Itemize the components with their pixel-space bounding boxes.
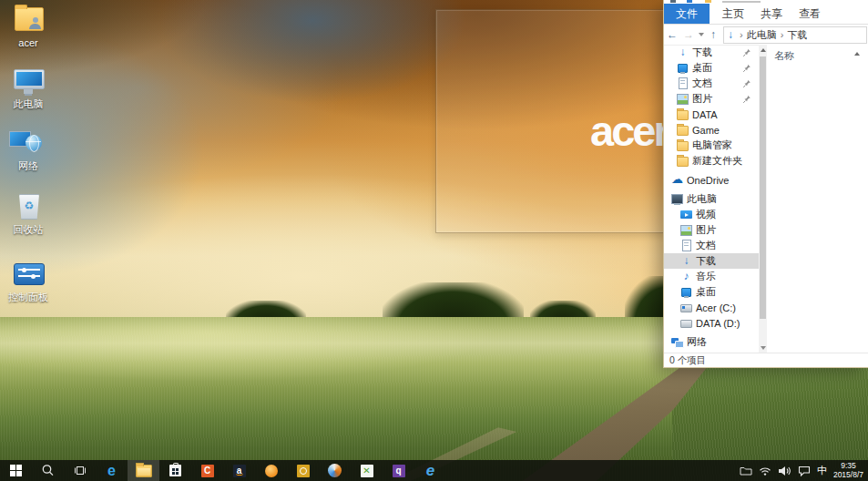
tab-home[interactable]: 主页 xyxy=(714,4,752,24)
desktop-icon-network[interactable]: 网络 xyxy=(2,128,55,171)
tab-share[interactable]: 共享 xyxy=(752,4,791,24)
breadcrumb-this-pc[interactable]: 此电脑 xyxy=(747,28,777,42)
download-icon xyxy=(677,46,689,58)
taskbar-file-explorer[interactable] xyxy=(128,460,159,481)
scroll-down-arrow-icon[interactable] xyxy=(761,346,766,350)
sort-ascending-icon xyxy=(854,52,860,56)
forward-button[interactable]: → xyxy=(680,25,697,45)
task-view-icon xyxy=(73,465,87,476)
tab-view[interactable]: 查看 xyxy=(791,4,829,24)
recycle-bin-icon xyxy=(2,191,55,222)
sidebar-item-pc-manager-folder[interactable]: 电脑管家 xyxy=(664,138,759,153)
desktop-icon-label: 此电脑 xyxy=(2,98,55,109)
taskbar-edge[interactable]: e xyxy=(96,460,128,481)
taskbar-orange-app[interactable]: C xyxy=(191,460,223,481)
sidebar-item-downloads-selected[interactable]: 下载 xyxy=(664,253,759,269)
scroll-up-arrow-icon[interactable] xyxy=(761,48,766,52)
sidebar-item-onedrive[interactable]: OneDrive xyxy=(664,172,759,188)
taskbar-amazon[interactable]: a xyxy=(223,460,255,481)
sidebar-item-data-folder[interactable]: DATA xyxy=(664,107,759,122)
transparent-window-outline xyxy=(435,9,665,233)
sidebar-item-new-folder[interactable]: 新建文件夹 xyxy=(664,153,759,169)
sidebar-item-videos[interactable]: 视频 xyxy=(664,207,759,222)
orange-app-icon: C xyxy=(201,465,214,477)
column-header-name[interactable]: 名称 xyxy=(774,49,794,63)
search-button[interactable] xyxy=(32,460,64,481)
taskbar-purple-app[interactable]: q xyxy=(383,460,414,481)
windows-logo-icon xyxy=(10,465,22,476)
clock-date: 2015/8/7 xyxy=(833,471,863,480)
start-button[interactable] xyxy=(0,460,32,481)
task-view-button[interactable] xyxy=(64,460,96,481)
sidebar-item-this-pc[interactable]: 此电脑 xyxy=(664,191,759,207)
pin-icon xyxy=(742,95,751,104)
folder-icon xyxy=(677,155,689,167)
desktop-icon-acer-folder[interactable]: acer xyxy=(2,5,55,48)
breadcrumb-separator: › xyxy=(781,29,784,40)
download-icon xyxy=(680,255,692,267)
tab-file[interactable]: 文件 xyxy=(664,4,710,24)
sidebar-item-documents[interactable]: 文档 xyxy=(664,238,759,253)
taskbar-store[interactable] xyxy=(159,460,191,481)
taskbar: e C a ✕ q e 中 9:35 2015/8/7 xyxy=(0,460,868,481)
up-button[interactable]: ↑ xyxy=(706,25,720,45)
folder-icon xyxy=(677,124,689,136)
edge-icon: e xyxy=(107,462,116,480)
folder-icon xyxy=(677,108,689,120)
breadcrumb-downloads[interactable]: 下载 xyxy=(787,28,807,42)
ime-indicator[interactable]: 中 xyxy=(817,464,827,477)
sidebar-item-music[interactable]: 音乐 xyxy=(664,269,759,284)
sidebar-item-downloads-quick[interactable]: 下载 xyxy=(664,45,759,60)
file-list-pane: 名称 xyxy=(767,45,868,353)
network-status-icon[interactable] xyxy=(759,466,771,476)
action-center-icon[interactable] xyxy=(798,465,811,476)
desktop-icon-this-pc[interactable]: 此电脑 xyxy=(2,66,55,109)
sidebar-item-game-folder[interactable]: Game xyxy=(664,122,759,138)
sidebar-item-network[interactable]: 网络 xyxy=(664,334,759,350)
gold-gear-icon xyxy=(297,465,310,477)
taskbar-clock[interactable]: 9:35 2015/8/7 xyxy=(833,462,863,479)
desktop-icon-recycle-bin[interactable]: 回收站 xyxy=(2,191,55,235)
sidebar-item-documents-quick[interactable]: 文档 xyxy=(664,76,759,91)
scrollbar-thumb[interactable] xyxy=(760,56,766,319)
picture-icon xyxy=(677,93,689,105)
recent-locations-dropdown[interactable] xyxy=(697,33,706,36)
pin-icon xyxy=(742,48,751,57)
taskbar-internet-explorer[interactable]: e xyxy=(414,460,446,481)
address-bar: ← → ↑ ↓ › 此电脑 › 下载 xyxy=(664,25,868,46)
search-icon xyxy=(41,464,55,477)
sidebar-item-pictures[interactable]: 图片 xyxy=(664,222,759,238)
taskbar-green-app[interactable]: ✕ xyxy=(351,460,383,481)
file-explorer-window: 文件 主页 共享 查看 ← → ↑ ↓ › 此电脑 › 下载 下载 xyxy=(663,0,868,368)
desktop-icon xyxy=(680,286,692,298)
network-icon xyxy=(671,336,683,348)
desktop-icon xyxy=(677,62,689,74)
navigation-scrollbar[interactable] xyxy=(759,45,767,353)
network-icon xyxy=(2,128,55,159)
back-button[interactable]: ← xyxy=(664,25,680,45)
sidebar-item-data-d-drive[interactable]: DATA (D:) xyxy=(664,315,759,331)
taskbar-shield-app[interactable] xyxy=(255,460,287,481)
desktop-icon-control-panel[interactable]: 控制面板 xyxy=(2,259,55,302)
control-panel-icon xyxy=(2,259,55,290)
qat-icon xyxy=(687,0,692,3)
file-explorer-icon xyxy=(136,465,152,477)
qat-icon xyxy=(705,0,711,3)
folder-icon xyxy=(677,139,689,151)
tray-folder-icon[interactable] xyxy=(740,466,752,476)
address-box[interactable]: ↓ › 此电脑 › 下载 xyxy=(723,26,867,44)
window-title-fragment xyxy=(722,1,761,3)
video-icon xyxy=(680,209,692,220)
sidebar-item-desktop-quick[interactable]: 桌面 xyxy=(664,60,759,76)
windows-store-icon xyxy=(169,465,181,476)
taskbar-gold-app[interactable] xyxy=(287,460,319,481)
purple-app-icon: q xyxy=(393,465,405,477)
sidebar-item-pictures-quick[interactable]: 图片 xyxy=(664,91,759,107)
amazon-icon: a xyxy=(233,465,246,477)
sidebar-item-desktop[interactable]: 桌面 xyxy=(664,284,759,300)
taskbar-swirl-app[interactable] xyxy=(319,460,351,481)
volume-icon[interactable] xyxy=(778,466,791,476)
onedrive-cloud-icon xyxy=(671,174,683,186)
sidebar-item-acer-c-drive[interactable]: Acer (C:) xyxy=(664,300,759,315)
green-app-icon: ✕ xyxy=(361,465,373,477)
